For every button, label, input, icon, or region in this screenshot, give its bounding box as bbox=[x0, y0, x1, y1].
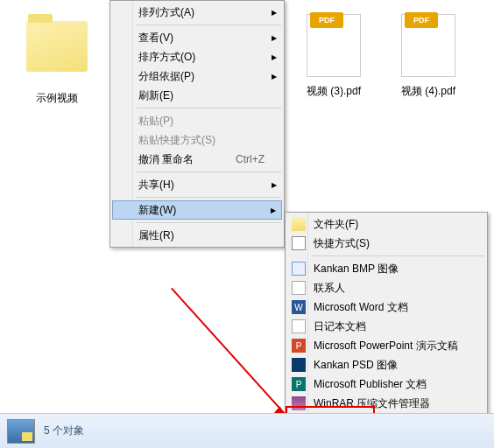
menu-view[interactable]: 查看(V)▶ bbox=[112, 28, 282, 47]
menu-separator bbox=[137, 172, 281, 172]
contact-icon bbox=[292, 281, 306, 295]
menu-new-folder[interactable]: 文件夹(F) bbox=[287, 214, 485, 234]
diary-icon bbox=[292, 319, 306, 333]
menu-new-word[interactable]: WMicrosoft Word 文档 bbox=[287, 298, 485, 317]
menu-properties[interactable]: 属性(R) bbox=[112, 226, 282, 245]
folder-label: 示例视频 bbox=[18, 91, 96, 106]
submenu-arrow-icon: ▶ bbox=[272, 34, 277, 42]
word-icon: W bbox=[292, 300, 306, 314]
menu-label: 共享(H) bbox=[138, 178, 174, 192]
status-collection-icon bbox=[7, 419, 35, 444]
submenu-arrow-icon: ▶ bbox=[272, 53, 277, 61]
ppt-icon: P bbox=[292, 339, 306, 353]
menu-label: 排序方式(O) bbox=[138, 50, 195, 65]
menu-group[interactable]: 分组依据(P)▶ bbox=[112, 66, 282, 86]
menu-label: 快捷方式(S) bbox=[314, 236, 370, 251]
menu-label: 粘贴(P) bbox=[138, 114, 173, 129]
psd-icon bbox=[292, 358, 306, 372]
menu-label: 日记本文档 bbox=[314, 319, 366, 334]
menu-refresh[interactable]: 刷新(E) bbox=[112, 86, 282, 105]
menu-label: 刷新(E) bbox=[138, 88, 173, 103]
pdf-badge-icon: PDF bbox=[405, 12, 438, 28]
file-pdf-3[interactable]: PDF 视频 (3).pdf bbox=[294, 10, 373, 99]
menu-label: 排列方式(A) bbox=[138, 5, 194, 20]
submenu-arrow-icon: ▶ bbox=[272, 181, 277, 189]
status-bar: 5 个对象 bbox=[0, 413, 494, 448]
menu-paste-shortcut: 粘贴快捷方式(S) bbox=[112, 130, 282, 150]
menu-separator bbox=[312, 256, 484, 256]
menu-label: 联系人 bbox=[314, 281, 345, 296]
menu-label: 新建(W) bbox=[138, 203, 176, 218]
menu-undo-rename[interactable]: 撤消 重命名Ctrl+Z bbox=[112, 150, 282, 169]
menu-separator bbox=[137, 108, 281, 108]
file-label: 视频 (3).pdf bbox=[294, 84, 373, 99]
folder-icon bbox=[292, 217, 306, 231]
menu-new-diary[interactable]: 日记本文档 bbox=[287, 317, 485, 336]
menu-new-ppt[interactable]: PMicrosoft PowerPoint 演示文稿 bbox=[287, 336, 485, 355]
menu-new-contact[interactable]: 联系人 bbox=[287, 278, 485, 298]
pub-icon: P bbox=[292, 377, 306, 391]
shortcut-icon bbox=[292, 236, 306, 250]
menu-label: Microsoft PowerPoint 演示文稿 bbox=[314, 339, 458, 354]
pdf-badge-icon: PDF bbox=[310, 12, 343, 28]
menu-label: Kankan BMP 图像 bbox=[314, 262, 399, 276]
submenu-arrow-icon: ▶ bbox=[271, 206, 276, 214]
menu-new[interactable]: 新建(W)▶ bbox=[112, 200, 282, 220]
menu-label: 撤消 重命名 bbox=[138, 152, 194, 167]
folder-sample-videos[interactable]: 示例视频 bbox=[18, 10, 96, 106]
menu-shortcut: Ctrl+Z bbox=[236, 153, 265, 165]
bmp-icon bbox=[292, 262, 306, 276]
folder-icon bbox=[26, 21, 88, 72]
status-count: 5 个对象 bbox=[44, 424, 84, 438]
menu-separator bbox=[137, 222, 281, 223]
menu-label: 粘贴快捷方式(S) bbox=[138, 133, 215, 148]
menu-new-bmp[interactable]: Kankan BMP 图像 bbox=[287, 259, 485, 278]
file-pdf-4[interactable]: PDF 视频 (4).pdf bbox=[389, 10, 468, 99]
context-menu-main: 排列方式(A)▶ 查看(V)▶ 排序方式(O)▶ 分组依据(P)▶ 刷新(E) … bbox=[109, 0, 285, 248]
menu-label: 文件夹(F) bbox=[314, 217, 358, 232]
menu-label: 分组依据(P) bbox=[138, 69, 194, 84]
menu-label: Microsoft Publisher 文档 bbox=[314, 377, 427, 392]
file-label: 视频 (4).pdf bbox=[389, 84, 468, 99]
menu-arrange[interactable]: 排列方式(A)▶ bbox=[112, 3, 282, 22]
submenu-arrow-icon: ▶ bbox=[272, 9, 277, 17]
menu-label: 属性(R) bbox=[138, 228, 174, 243]
menu-new-pub[interactable]: PMicrosoft Publisher 文档 bbox=[287, 374, 485, 394]
menu-paste: 粘贴(P) bbox=[112, 111, 282, 130]
menu-new-psd[interactable]: Kankan PSD 图像 bbox=[287, 355, 485, 374]
menu-sort[interactable]: 排序方式(O)▶ bbox=[112, 47, 282, 66]
menu-new-shortcut[interactable]: 快捷方式(S) bbox=[287, 234, 485, 253]
submenu-arrow-icon: ▶ bbox=[272, 73, 277, 80]
menu-separator bbox=[137, 24, 281, 25]
menu-label: Kankan PSD 图像 bbox=[314, 358, 398, 373]
menu-share[interactable]: 共享(H)▶ bbox=[112, 175, 282, 194]
menu-label: Microsoft Word 文档 bbox=[314, 300, 408, 315]
menu-label: 查看(V) bbox=[138, 31, 173, 46]
menu-separator bbox=[137, 197, 281, 198]
